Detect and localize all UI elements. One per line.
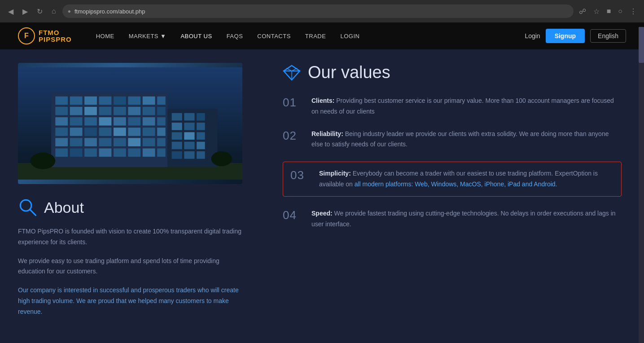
diamond-icon [283, 65, 301, 81]
value-number-01: 01 [283, 96, 301, 110]
url-text: ftmopipspro.com/about.php [74, 8, 145, 15]
extension-button[interactable]: ■ [605, 5, 613, 17]
browser-chrome: ◀ ▶ ↻ ⌂ ● ftmopipspro.com/about.php ☍ ☆ … [0, 0, 644, 22]
svg-rect-56 [184, 123, 194, 130]
svg-rect-68 [41, 161, 45, 167]
right-panel: Our values 01 Clients: Providing best cu… [260, 49, 644, 343]
svg-rect-58 [172, 132, 182, 140]
svg-rect-50 [157, 149, 166, 157]
svg-rect-11 [55, 107, 68, 115]
value-desc-02: Being industry leader we provide our cli… [311, 130, 609, 148]
values-heading: Our values [283, 63, 622, 82]
value-bold-04: Speed: [311, 210, 333, 217]
svg-rect-7 [114, 97, 126, 105]
scrollbar-track [639, 27, 644, 343]
nav-contacts[interactable]: CONTACTS [251, 29, 297, 43]
value-text-04: Speed: We provide fastest trading using … [311, 208, 622, 230]
secure-icon: ● [68, 8, 71, 14]
svg-rect-14 [99, 107, 112, 115]
logo[interactable]: F FTMO PIPSPRO [18, 27, 72, 44]
dropdown-arrow: ▼ [160, 33, 166, 40]
svg-rect-42 [157, 138, 166, 146]
svg-rect-48 [128, 149, 140, 157]
svg-rect-54 [197, 113, 205, 121]
nav-about[interactable]: ABOUT US [174, 29, 218, 43]
scrollbar-thumb[interactable] [639, 27, 644, 63]
translate-button[interactable]: ☍ [577, 5, 588, 18]
svg-rect-16 [128, 107, 140, 115]
value-desc-04: We provide fastest trading using cutting… [311, 210, 616, 228]
about-para3: Our company is interested in successful … [18, 285, 242, 317]
logo-letter: F [24, 32, 29, 40]
svg-rect-30 [99, 128, 112, 136]
home-button[interactable]: ⌂ [49, 5, 59, 17]
value-item-04: 04 Speed: We provide fastest trading usi… [283, 208, 622, 230]
nav-faqs[interactable]: FAQS [220, 29, 250, 43]
svg-rect-29 [84, 128, 97, 136]
svg-rect-57 [197, 123, 205, 130]
svg-rect-43 [55, 149, 68, 157]
value-number-04: 04 [283, 208, 301, 222]
svg-rect-22 [99, 117, 112, 126]
signup-button[interactable]: Signup [546, 29, 585, 43]
svg-rect-59 [184, 132, 194, 140]
svg-rect-13 [84, 107, 97, 115]
back-button[interactable]: ◀ [5, 5, 16, 18]
svg-rect-61 [172, 142, 182, 150]
value-item-03: 03 Simplicity: Everybody can become a tr… [283, 162, 622, 197]
svg-rect-23 [114, 117, 126, 126]
profile-button[interactable]: ○ [616, 5, 624, 17]
language-button[interactable]: English [590, 29, 626, 43]
value-text-03: Simplicity: Everybody can become a trade… [319, 168, 614, 190]
svg-rect-20 [70, 117, 83, 126]
logo-circle: F [18, 27, 35, 44]
value-bold-01: Clients: [311, 97, 334, 104]
svg-rect-10 [157, 97, 166, 105]
value-number-03: 03 [290, 168, 308, 182]
refresh-button[interactable]: ↻ [34, 5, 45, 18]
nav-trade[interactable]: TRADE [299, 29, 333, 43]
svg-rect-41 [143, 138, 155, 146]
building-image [18, 63, 242, 184]
nav-login[interactable]: LOGIN [334, 29, 366, 43]
svg-rect-8 [128, 97, 140, 105]
svg-rect-4 [70, 97, 83, 105]
svg-rect-17 [143, 107, 155, 115]
about-title: About [44, 199, 84, 216]
nav-markets[interactable]: MARKETS ▼ [123, 29, 173, 43]
svg-rect-36 [70, 138, 83, 146]
svg-rect-21 [84, 117, 97, 126]
svg-rect-32 [128, 128, 140, 136]
nav-home[interactable]: HOME [90, 29, 121, 43]
svg-rect-18 [157, 107, 166, 115]
forward-button[interactable]: ▶ [20, 5, 31, 18]
svg-rect-31 [114, 128, 126, 136]
svg-rect-3 [55, 97, 68, 105]
svg-rect-63 [197, 142, 205, 150]
value-number-02: 02 [283, 129, 301, 143]
svg-rect-28 [70, 128, 83, 136]
logo-ftmo: FTMO [39, 29, 72, 36]
login-button[interactable]: Login [525, 32, 540, 40]
nav-links: HOME MARKETS ▼ ABOUT US FAQS CONTACTS TR… [90, 29, 525, 43]
svg-rect-66 [197, 151, 205, 159]
svg-rect-39 [114, 138, 126, 146]
menu-button[interactable]: ⋮ [628, 5, 639, 18]
svg-rect-33 [143, 128, 155, 136]
value-bold-02: Reliability: [311, 130, 343, 137]
svg-rect-35 [55, 138, 68, 146]
value-item-02: 02 Reliability: Being industry leader we… [283, 129, 622, 150]
bookmark-button[interactable]: ☆ [591, 5, 601, 18]
svg-rect-55 [172, 123, 182, 130]
svg-rect-15 [114, 107, 126, 115]
address-bar[interactable]: ● ftmopipspro.com/about.php [62, 4, 574, 18]
navbar: F FTMO PIPSPRO HOME MARKETS ▼ ABOUT US F… [0, 22, 644, 49]
svg-rect-65 [184, 151, 194, 159]
svg-rect-70 [219, 159, 223, 165]
value-bold-03: Simplicity: [319, 170, 351, 177]
about-para2: We provide easy to use trading platform … [18, 256, 242, 277]
value-text-01: Clients: Providing best customer service… [311, 96, 622, 117]
logo-pipspro: PIPSPRO [39, 36, 72, 43]
about-para1: FTMO PipsPRO is founded with vision to c… [18, 226, 242, 248]
logo-text: FTMO PIPSPRO [39, 29, 72, 43]
